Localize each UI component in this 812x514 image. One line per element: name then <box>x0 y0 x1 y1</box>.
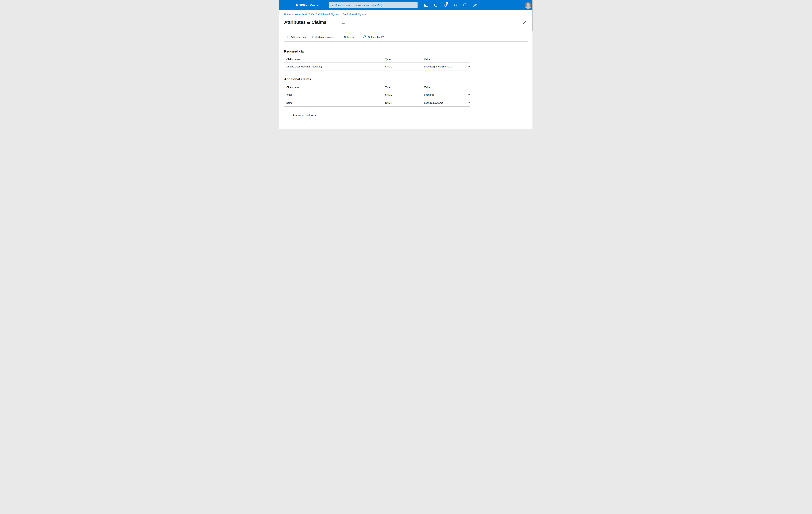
title-context-menu-icon[interactable] <box>342 23 343 24</box>
page-title: Attributes & Claims <box>284 20 326 25</box>
hamburger-menu-icon[interactable] <box>283 3 287 7</box>
row-context-menu-icon[interactable] <box>467 93 470 96</box>
got-feedback-button[interactable]: Got feedback? <box>362 35 384 39</box>
page-scrollbar[interactable] <box>532 0 533 129</box>
cloud-shell-icon[interactable] <box>423 2 430 9</box>
breadcrumb-home[interactable]: Home <box>284 13 291 16</box>
add-new-claim-label: Add new claim <box>291 35 307 38</box>
claim-type-cell: SAML <box>385 65 424 68</box>
notifications-bell-icon[interactable]: 6 <box>442 2 449 9</box>
additional-claims-heading: Additional claims <box>284 77 311 81</box>
breadcrumb-separator: › <box>292 13 293 16</box>
chevron-down-icon <box>287 115 290 116</box>
column-header-type: Type <box>385 86 424 88</box>
claim-type-cell: SAML <box>385 102 424 104</box>
table-header-row: Claim name Type Value <box>284 84 470 90</box>
table-header-row: Claim name Type Value <box>284 56 470 62</box>
directory-filter-icon[interactable] <box>432 2 439 9</box>
global-search[interactable] <box>329 2 417 8</box>
claim-name-cell: email <box>287 93 385 96</box>
topbar-icon-group: 6 ⚙ ? <box>423 2 478 9</box>
add-group-claim-button[interactable]: Add a group claim <box>311 35 335 38</box>
claim-value-cell: user.mail <box>424 93 462 96</box>
toolbar-bottom-divider <box>284 41 528 42</box>
claim-name-cell: Unique User Identifier (Name ID) <box>287 65 385 68</box>
claim-value-cell: user.displayname <box>424 102 462 104</box>
search-icon <box>331 4 334 6</box>
close-icon[interactable] <box>523 21 527 24</box>
advanced-settings-toggle[interactable]: Advanced settings <box>287 114 316 117</box>
column-header-claim-name: Claim name <box>287 58 385 61</box>
column-header-type: Type <box>385 58 424 61</box>
feedback-icon[interactable] <box>471 2 478 9</box>
plus-icon <box>311 36 314 38</box>
claim-name-cell: name <box>287 102 385 104</box>
breadcrumb-separator: › <box>367 13 368 16</box>
breadcrumb-separator: › <box>340 13 341 16</box>
azure-top-bar: Microsoft Azure <box>279 0 533 10</box>
row-context-menu-icon[interactable] <box>467 66 470 67</box>
plus-icon <box>287 36 289 38</box>
add-group-claim-label: Add a group claim <box>315 35 335 38</box>
column-header-claim-name: Claim name <box>287 86 385 88</box>
got-feedback-label: Got feedback? <box>368 35 384 38</box>
scrollbar-thumb[interactable] <box>532 0 533 31</box>
help-icon[interactable]: ? <box>462 2 469 9</box>
brand-title[interactable]: Microsoft Azure <box>296 3 318 6</box>
additional-claims-table: Claim name Type Value email SAML user.ma… <box>284 84 470 107</box>
breadcrumb-saml-signon[interactable]: SAML-based Sign-on <box>343 13 366 16</box>
breadcrumb: Home › Azure SAML SSO | SAML-based Sign-… <box>284 13 370 16</box>
row-context-menu-icon[interactable] <box>467 102 470 104</box>
breadcrumb-app-sso[interactable]: Azure SAML SSO | SAML-based Sign-on <box>294 13 339 16</box>
table-row-nameid[interactable]: Unique User Identifier (Name ID) SAML us… <box>284 62 470 71</box>
avatar[interactable] <box>525 2 531 9</box>
column-header-value: Value <box>424 58 462 61</box>
columns-button[interactable]: Columns <box>340 35 353 38</box>
column-header-value: Value <box>424 86 462 88</box>
toolbar-divider <box>359 34 359 39</box>
command-bar: Add new claim Add a group claim Columns <box>287 34 388 39</box>
notification-badge: 6 <box>446 2 448 4</box>
required-claim-table: Claim name Type Value Unique User Identi… <box>284 56 470 71</box>
add-new-claim-button[interactable]: Add new claim <box>287 35 307 38</box>
table-row-email[interactable]: email SAML user.mail <box>284 90 470 99</box>
azure-portal-window: Microsoft Azure <box>279 0 533 129</box>
claim-value-cell: user.userprincipalname [... <box>424 65 462 68</box>
feedback-person-icon <box>362 35 366 39</box>
required-claim-heading: Required claim <box>284 50 308 53</box>
columns-label: Columns <box>344 35 353 38</box>
advanced-settings-label: Advanced settings <box>293 114 316 117</box>
claim-type-cell: SAML <box>385 93 424 96</box>
settings-gear-icon[interactable]: ⚙ <box>452 2 459 9</box>
search-input[interactable] <box>336 4 417 6</box>
table-row-name[interactable]: name SAML user.displayname <box>284 99 470 107</box>
